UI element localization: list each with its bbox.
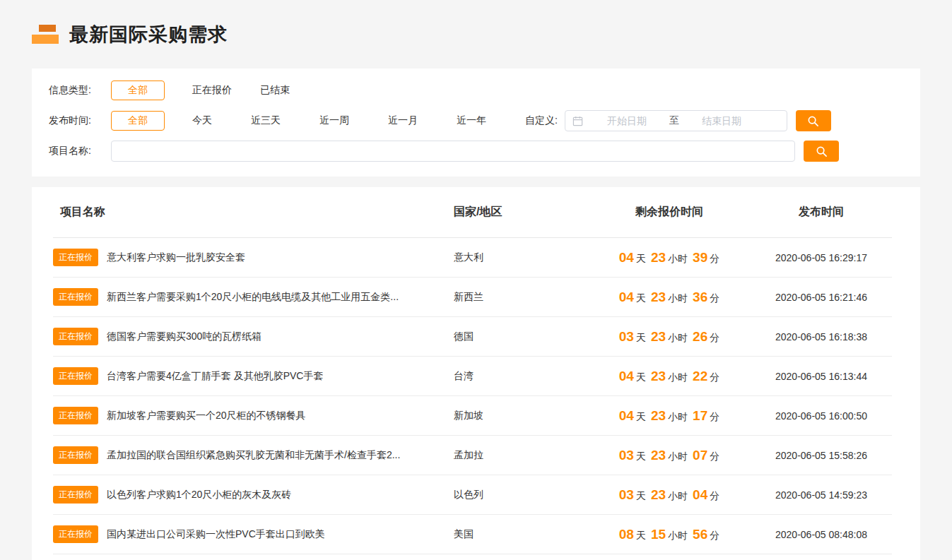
filter-row-info-type: 信息类型: 全部 正在报价 已结束: [49, 80, 903, 101]
row-remaining-time: 03天23小时04分: [588, 487, 751, 503]
time-minutes: 04: [693, 487, 707, 502]
info-type-option-ended[interactable]: 已结束: [260, 84, 290, 97]
time-minutes-unit: 分: [710, 490, 719, 501]
status-badge: 正在报价: [53, 328, 98, 345]
time-days: 04: [619, 290, 634, 304]
time-minutes-unit: 分: [710, 411, 719, 422]
status-badge: 正在报价: [53, 249, 98, 266]
table-row[interactable]: 正在报价 新加坡客户需要购买一个20尺柜的不锈钢餐具 新加坡 04天23小时17…: [53, 396, 892, 436]
row-country: 台湾: [454, 370, 588, 383]
search-icon: [816, 145, 828, 157]
publish-time-label: 发布时间:: [49, 114, 111, 127]
time-hours-unit: 小时: [668, 292, 688, 304]
date-range-to-label: 至: [666, 114, 682, 127]
status-badge: 正在报价: [53, 486, 98, 504]
row-published: 2020-06-05 16:13:44: [751, 371, 892, 382]
time-days: 03: [619, 329, 634, 344]
time-minutes-unit: 分: [710, 253, 719, 264]
row-title[interactable]: 台湾客户需要4亿盒丁腈手套 及其他乳胶PVC手套: [107, 370, 323, 383]
table-row[interactable]: 正在报价 新西兰客户需要采购1个20尺小柜的电线电缆及其他工业用五金类... 新…: [53, 278, 892, 317]
start-date-input[interactable]: [587, 114, 666, 127]
custom-range-label: 自定义:: [525, 114, 558, 127]
project-name-input[interactable]: [111, 141, 795, 162]
status-badge: 正在报价: [53, 446, 98, 464]
time-minutes-unit: 分: [710, 371, 719, 383]
row-title[interactable]: 新西兰客户需要采购1个20尺小柜的电线电缆及其他工业用五金类...: [107, 291, 399, 304]
time-hours-unit: 小时: [668, 530, 688, 541]
row-country: 美国: [454, 528, 588, 541]
time-hours: 23: [651, 408, 666, 423]
time-hours-unit: 小时: [668, 451, 688, 462]
time-hours: 15: [651, 527, 666, 542]
publish-time-option-today[interactable]: 今天: [192, 114, 212, 127]
time-minutes: 26: [693, 329, 707, 344]
time-hours: 23: [651, 250, 666, 265]
project-name-label: 项目名称:: [49, 145, 111, 157]
end-date-input[interactable]: [682, 114, 761, 127]
results-table: 项目名称 国家/地区 剩余报价时间 发布时间 正在报价 意大利客户求购一批乳胶安…: [32, 187, 920, 560]
time-minutes-unit: 分: [710, 451, 719, 462]
table-header-row: 项目名称 国家/地区 剩余报价时间 发布时间: [53, 187, 892, 238]
time-minutes: 36: [693, 290, 707, 304]
date-search-button[interactable]: [796, 110, 831, 131]
status-badge: 正在报价: [53, 288, 98, 306]
time-hours-unit: 小时: [668, 332, 688, 343]
row-country: 孟加拉: [454, 449, 588, 462]
table-body: 正在报价 意大利客户求购一批乳胶安全套 意大利 04天23小时39分 2020-…: [53, 238, 892, 554]
row-title[interactable]: 孟加拉国的联合国组织紧急购买乳胶无菌和非无菌手术/检查手套2...: [107, 449, 400, 462]
row-country: 新西兰: [454, 291, 588, 304]
status-badge: 正在报价: [53, 407, 98, 424]
publish-time-option-3days[interactable]: 近三天: [251, 114, 281, 127]
info-type-option-all[interactable]: 全部: [111, 81, 165, 100]
row-published: 2020-06-05 16:29:17: [751, 252, 892, 263]
table-row[interactable]: 正在报价 台湾客户需要4亿盒丁腈手套 及其他乳胶PVC手套 台湾 04天23小时…: [53, 357, 892, 396]
publish-time-option-all[interactable]: 全部: [111, 111, 165, 131]
project-name-search-button[interactable]: [804, 141, 839, 162]
time-minutes: 39: [693, 250, 707, 265]
table-row[interactable]: 正在报价 孟加拉国的联合国组织紧急购买乳胶无菌和非无菌手术/检查手套2... 孟…: [53, 436, 892, 475]
table-row[interactable]: 正在报价 以色列客户求购1个20尺小柜的灰木及灰砖 以色列 03天23小时04分…: [53, 475, 892, 515]
time-days-unit: 天: [636, 530, 646, 541]
status-badge: 正在报价: [53, 367, 98, 385]
time-hours: 23: [651, 448, 666, 463]
row-country: 德国: [454, 330, 588, 343]
row-title[interactable]: 德国客户需要购买300吨的瓦楞纸箱: [107, 330, 261, 343]
time-minutes: 56: [693, 527, 707, 542]
table-row[interactable]: 正在报价 意大利客户求购一批乳胶安全套 意大利 04天23小时39分 2020-…: [53, 238, 892, 278]
row-title[interactable]: 以色列客户求购1个20尺小柜的灰木及灰砖: [107, 489, 291, 501]
row-published: 2020-06-05 08:48:08: [751, 529, 892, 540]
row-country: 意大利: [454, 251, 588, 264]
time-days-unit: 天: [636, 371, 646, 383]
time-hours-unit: 小时: [668, 411, 688, 422]
row-remaining-time: 04天23小时17分: [588, 408, 751, 424]
row-remaining-time: 03天23小时26分: [588, 329, 751, 345]
filter-row-project-name: 项目名称:: [49, 141, 903, 162]
time-days-unit: 天: [636, 292, 646, 304]
info-type-option-quoting[interactable]: 正在报价: [192, 84, 232, 97]
row-published: 2020-06-05 14:59:23: [751, 489, 892, 501]
calendar-icon: [572, 116, 583, 126]
search-icon: [807, 115, 819, 127]
row-title[interactable]: 新加坡客户需要购买一个20尺柜的不锈钢餐具: [107, 410, 306, 422]
time-days-unit: 天: [636, 451, 646, 462]
publish-time-option-week[interactable]: 近一周: [319, 114, 349, 127]
row-title[interactable]: 国内某进出口公司采购一次性PVC手套出口到欧美: [107, 528, 325, 541]
time-days: 04: [619, 250, 634, 265]
row-remaining-time: 04天23小时39分: [588, 250, 751, 266]
table-row[interactable]: 正在报价 德国客户需要购买300吨的瓦楞纸箱 德国 03天23小时26分 202…: [53, 317, 892, 357]
table-row[interactable]: 正在报价 国内某进出口公司采购一次性PVC手套出口到欧美 美国 08天15小时5…: [53, 515, 892, 554]
publish-time-option-year[interactable]: 近一年: [457, 114, 486, 127]
row-remaining-time: 04天23小时36分: [588, 290, 751, 305]
brand-logo-icon: [32, 25, 60, 44]
column-header-country: 国家/地区: [454, 205, 588, 220]
column-header-project: 项目名称: [53, 205, 454, 220]
row-published: 2020-06-05 16:21:46: [751, 292, 892, 303]
time-hours: 23: [651, 290, 666, 304]
date-range-input[interactable]: 至: [565, 110, 787, 131]
time-days: 08: [619, 527, 634, 542]
time-hours: 23: [651, 487, 666, 502]
column-header-remaining-time: 剩余报价时间: [588, 205, 751, 220]
publish-time-option-month[interactable]: 近一月: [388, 114, 418, 127]
row-title[interactable]: 意大利客户求购一批乳胶安全套: [107, 251, 245, 264]
page-header: 最新国际采购需求: [0, 0, 952, 68]
